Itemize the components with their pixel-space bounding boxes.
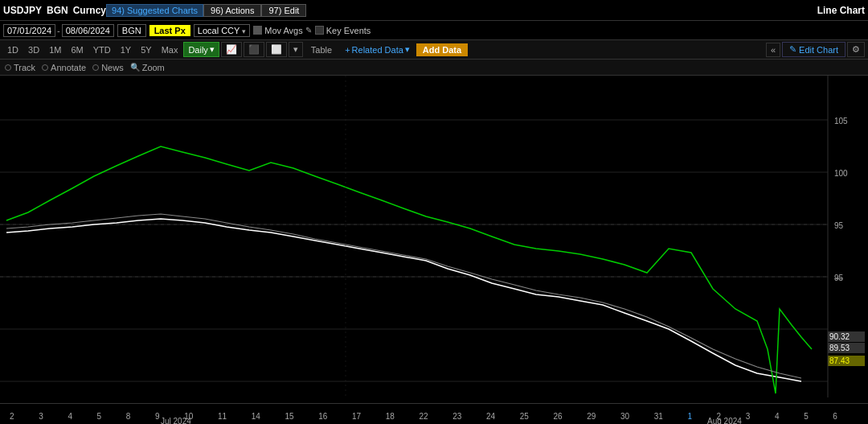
- add-data-button[interactable]: Add Data: [416, 43, 468, 56]
- svg-text:87.43: 87.43: [829, 356, 850, 365]
- news-dot: [92, 64, 99, 71]
- period-1y[interactable]: 1Y: [117, 43, 135, 56]
- source: BGN: [47, 5, 68, 16]
- daily-arrow: ▾: [210, 44, 215, 55]
- end-date[interactable]: 08/06/2024: [62, 24, 114, 37]
- suggested-charts-button[interactable]: 94) Suggested Charts: [106, 4, 203, 17]
- settings-button[interactable]: ⚙: [847, 42, 865, 57]
- annotate-tool[interactable]: Annotate: [42, 63, 86, 72]
- chart-area[interactable]: 105 100 95 95 — 90.32 89.53 87.43: [0, 76, 868, 403]
- table-button[interactable]: Table: [305, 43, 338, 56]
- news-tool[interactable]: News: [92, 63, 124, 72]
- line-chart-icon-button[interactable]: 📈: [221, 42, 242, 57]
- period-max[interactable]: Max: [158, 43, 182, 56]
- track-tool[interactable]: Track: [5, 63, 35, 72]
- key-events-checkbox[interactable]: [315, 26, 324, 35]
- edit-chart-button[interactable]: ✎ Edit Chart: [782, 42, 845, 57]
- type: Curncy: [73, 5, 106, 16]
- period-1m[interactable]: 1M: [45, 43, 65, 56]
- period-6m[interactable]: 6M: [67, 43, 87, 56]
- second-bar: 07/01/2024 - 08/06/2024 BGN Last Px Loca…: [0, 21, 868, 40]
- related-data-button[interactable]: + Related Data ▾: [340, 43, 415, 56]
- zoom-tool[interactable]: 🔍 Zoom: [130, 63, 165, 72]
- date-range: 07/01/2024 - 08/06/2024: [3, 24, 114, 37]
- arrow-icon-button[interactable]: ▾: [289, 42, 303, 57]
- period-3d[interactable]: 3D: [24, 43, 43, 56]
- track-dot: [5, 64, 11, 71]
- mov-avgs-control[interactable]: Mov Avgs ✎: [253, 26, 312, 35]
- currency-arrow: ▾: [242, 27, 246, 35]
- double-arrow-button[interactable]: «: [766, 43, 780, 57]
- daily-button[interactable]: Daily ▾: [183, 42, 219, 57]
- daily-label: Daily: [188, 45, 207, 55]
- zoom-icon: 🔍: [130, 63, 140, 72]
- actions-button[interactable]: 96) Actions: [203, 4, 261, 17]
- currency-selector[interactable]: Local CCY ▾: [194, 24, 250, 37]
- svg-text:90.32: 90.32: [829, 332, 850, 341]
- aug-label: Aug 2024: [707, 417, 742, 424]
- chart-svg: 105 100 95 95 — 90.32 89.53 87.43: [0, 76, 868, 403]
- edit-button[interactable]: 97) Edit: [261, 4, 306, 17]
- plus-icon: +: [345, 45, 350, 55]
- ticker: USDJPY: [3, 5, 42, 16]
- svg-text:95: 95: [834, 221, 844, 230]
- mov-avgs-checkbox[interactable]: [253, 26, 262, 35]
- pencil-icon: ✎: [789, 44, 796, 55]
- pencil-icon: ✎: [305, 26, 312, 35]
- period-1d[interactable]: 1D: [3, 43, 23, 56]
- svg-text:89.53: 89.53: [829, 344, 850, 352]
- fourth-bar: Track Annotate News 🔍 Zoom: [0, 60, 868, 76]
- candle-icon-button[interactable]: ⬜: [266, 42, 287, 57]
- svg-text:100: 100: [834, 169, 848, 178]
- start-date[interactable]: 07/01/2024: [3, 24, 55, 37]
- svg-text:105: 105: [834, 117, 848, 126]
- chart-type-label: Line Chart: [817, 5, 865, 16]
- related-arrow: ▾: [405, 44, 410, 55]
- jul-label: Jul 2024: [161, 417, 191, 424]
- source-badge[interactable]: BGN: [117, 24, 146, 37]
- x-axis: 2 3 4 5 8 9 10 11 14 15 16 17 18 22 23 2…: [0, 403, 868, 424]
- period-ytd[interactable]: YTD: [89, 43, 115, 56]
- annotate-dot: [42, 64, 48, 71]
- key-events-control[interactable]: Key Events: [315, 26, 371, 35]
- price-type[interactable]: Last Px: [149, 25, 190, 36]
- third-bar: 1D 3D 1M 6M YTD 1Y 5Y Max Daily ▾ 📈 ⬛ ⬜ …: [0, 40, 868, 60]
- bar-chart-icon-button[interactable]: ⬛: [244, 42, 264, 57]
- svg-text:—: —: [834, 274, 842, 282]
- ticker-info: USDJPY BGN Curncy: [3, 5, 106, 16]
- period-5y[interactable]: 5Y: [137, 43, 155, 56]
- top-bar: USDJPY BGN Curncy 94) Suggested Charts 9…: [0, 0, 868, 21]
